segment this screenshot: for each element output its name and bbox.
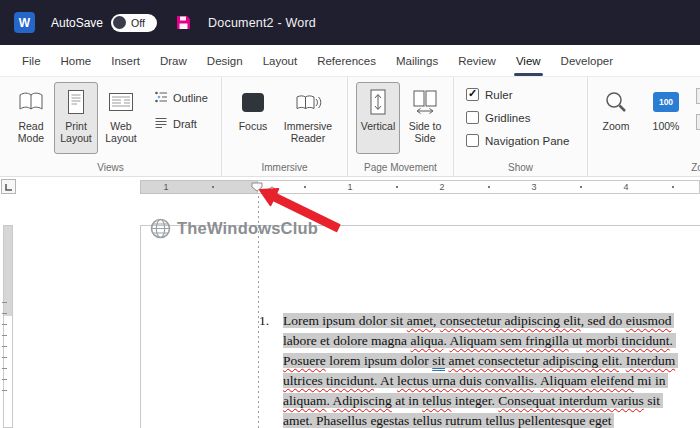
- tab-home[interactable]: Home: [51, 45, 102, 76]
- text-line: amet. Phasellus egestas tellus rutrum te…: [283, 411, 614, 428]
- focus-label: Focus: [239, 121, 268, 133]
- text-run: Phasellus egestas tellus rutrum tellus p…: [316, 413, 586, 428]
- tab-draw[interactable]: Draw: [150, 45, 197, 76]
- selected-text: Lorem ipsum dolor sit amet, consectetur …: [283, 313, 674, 328]
- tab-insert[interactable]: Insert: [101, 45, 150, 76]
- immersive-reader-button[interactable]: Immersive Reader: [276, 82, 340, 154]
- text-run: Aliquam sem fringilla: [449, 333, 568, 348]
- selected-text: ultrices tincidunt. At lectus urna duis …: [283, 373, 668, 388]
- text-run: Aliquam eleifend: [540, 373, 634, 388]
- tab-developer[interactable]: Developer: [551, 45, 623, 76]
- tab-references[interactable]: References: [307, 45, 386, 76]
- print-layout-icon: [66, 87, 86, 117]
- multiple-pages-icon[interactable]: [696, 114, 700, 130]
- outline-label: Outline: [173, 92, 208, 104]
- text-run: sit: [644, 393, 660, 408]
- ruler-number: 3: [531, 182, 536, 192]
- text-line: Lorem ipsum dolor sit amet, consectetur …: [283, 311, 674, 331]
- one-page-icon[interactable]: [696, 88, 700, 104]
- gridlines-checkbox[interactable]: Gridlines: [466, 111, 569, 124]
- text-run: Consequat interdum varius: [498, 393, 643, 408]
- tab-file[interactable]: File: [12, 45, 51, 76]
- h-ruler-margin-segment[interactable]: [140, 180, 258, 194]
- ribbon-group-zoom: Zoom 100 100% Zoom: [588, 77, 700, 176]
- show-options: Ruler Gridlines Navigation Pane: [466, 82, 569, 147]
- save-icon: [175, 14, 192, 31]
- v-ruler[interactable]: [0, 197, 16, 428]
- text-run: eiusmod: [626, 313, 672, 328]
- text-run: ,: [433, 313, 440, 328]
- text-run: lectus urna duis convallis: [397, 373, 534, 388]
- titlebar: W AutoSave Off Document2 - Word: [0, 0, 700, 45]
- draft-icon: [154, 116, 168, 132]
- selected-text: aliquam. Adipiscing at in tellus integer…: [283, 393, 663, 408]
- vertical-button[interactable]: Vertical: [356, 82, 400, 154]
- text-run: Lorem ipsum dolor sit: [283, 313, 407, 328]
- zoom-icon: [603, 87, 629, 117]
- zoom-button[interactable]: Zoom: [596, 82, 636, 154]
- ribbon-group-views: Read Mode Print Layout Web Layout: [0, 77, 222, 176]
- print-layout-label: Print Layout: [55, 121, 97, 144]
- read-mode-label: Read Mode: [9, 121, 53, 144]
- zoom-100-button[interactable]: 100 100%: [642, 82, 690, 154]
- document-lines[interactable]: Lorem ipsum dolor sit amet, consectetur …: [16, 197, 700, 428]
- text-line: Posuere lorem ipsum dolor sit amet conse…: [283, 351, 678, 371]
- text-run: .: [309, 413, 316, 428]
- zoom-group-label: Zoom: [588, 162, 700, 173]
- document-title: Document2 - Word: [208, 16, 316, 30]
- side-to-side-icon: [412, 87, 438, 117]
- ruler-number: 4: [623, 182, 628, 192]
- text-run: .: [619, 353, 626, 368]
- autosave-state: Off: [131, 17, 145, 29]
- text-run: ut: [569, 333, 586, 348]
- tab-design[interactable]: Design: [197, 45, 253, 76]
- text-run: at in: [392, 393, 422, 408]
- hanging-indent-marker[interactable]: [266, 184, 278, 202]
- text-run: labore et dolore magna: [283, 333, 410, 348]
- show-group-label: Show: [454, 162, 587, 173]
- ruler-checkbox[interactable]: Ruler: [466, 88, 569, 101]
- outline-button[interactable]: Outline: [154, 90, 208, 106]
- ribbon-tabs: FileHomeInsertDrawDesignLayoutReferences…: [0, 45, 700, 77]
- navigation-pane-checkbox[interactable]: Navigation Pane: [466, 134, 569, 147]
- text-run: mi in: [634, 373, 666, 388]
- text-line: ultrices tincidunt. At lectus urna duis …: [283, 371, 668, 391]
- text-run: aliquam: [283, 393, 327, 408]
- zoom-100-label: 100%: [653, 121, 680, 133]
- draft-button[interactable]: Draft: [154, 116, 208, 132]
- text-run: , sed do: [581, 313, 626, 328]
- web-layout-button[interactable]: Web Layout: [98, 82, 144, 154]
- toggle-knob-icon: [113, 16, 126, 29]
- ruler-checkbox-label: Ruler: [485, 89, 512, 101]
- text-run: integer.: [451, 393, 498, 408]
- checkbox-unchecked-icon: [466, 134, 479, 147]
- text-run: morbi tincidunt: [586, 333, 670, 348]
- text-run: lorem ipsum dolor: [326, 353, 433, 368]
- tab-selector[interactable]: [1, 179, 16, 194]
- left-tab-icon: [4, 182, 14, 192]
- ruler-number: 1: [163, 182, 168, 192]
- focus-button[interactable]: Focus: [230, 82, 276, 154]
- text-run: aliqua: [410, 333, 443, 348]
- word-app-icon: W: [14, 12, 35, 33]
- indent-guide-line: [258, 196, 259, 428]
- views-small-buttons: Outline Draft: [154, 82, 208, 132]
- save-button[interactable]: [175, 14, 192, 31]
- tab-layout[interactable]: Layout: [253, 45, 308, 76]
- h-ruler[interactable]: [258, 180, 700, 194]
- views-group-label: Views: [0, 162, 221, 173]
- print-layout-button[interactable]: Print Layout: [54, 82, 98, 154]
- document-area[interactable]: TheWindowsClub 1. Lorem ipsum dolor sit …: [16, 197, 700, 428]
- side-to-side-button[interactable]: Side to Side: [400, 82, 450, 154]
- read-mode-button[interactable]: Read Mode: [8, 82, 54, 154]
- tab-review[interactable]: Review: [448, 45, 506, 76]
- web-layout-icon: [108, 87, 134, 117]
- gridlines-checkbox-label: Gridlines: [485, 112, 530, 124]
- first-line-indent-marker[interactable]: [251, 178, 263, 196]
- ribbon-group-immersive: Focus Immersive Reader Immersive: [222, 77, 348, 176]
- immersive-reader-icon: [295, 87, 322, 117]
- tab-view[interactable]: View: [506, 45, 551, 76]
- ruler-tick: [304, 186, 306, 188]
- tab-mailings[interactable]: Mailings: [386, 45, 448, 76]
- autosave-toggle[interactable]: Off: [111, 14, 157, 32]
